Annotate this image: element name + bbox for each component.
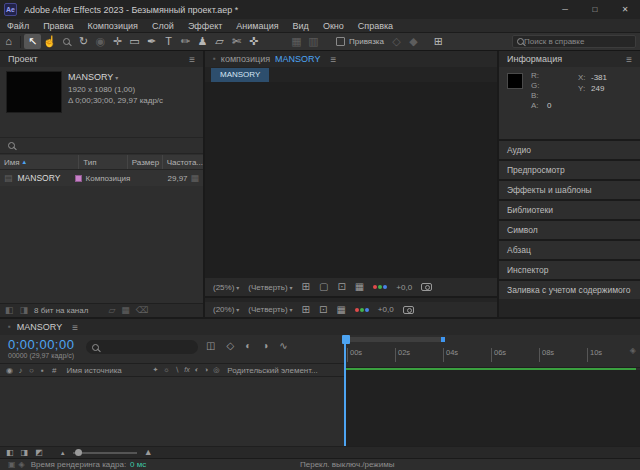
graph-editor-icon[interactable]: ∿ bbox=[279, 341, 287, 351]
mask-visibility-icon[interactable]: ▢ bbox=[319, 282, 328, 292]
parent-link-column[interactable]: Родительский элемент... bbox=[227, 366, 317, 375]
menu-layer[interactable]: Слой bbox=[145, 19, 181, 33]
timeline-tab-title[interactable]: MANSORY bbox=[17, 322, 62, 332]
motion-blur-icon[interactable]: ◑ bbox=[262, 341, 268, 351]
panel-menu-icon[interactable]: ≡ bbox=[189, 54, 195, 65]
timeline-zoom-slider[interactable] bbox=[73, 452, 137, 454]
resolution-dropdown[interactable]: (Четверть)▾ bbox=[248, 305, 292, 314]
solo-icon[interactable]: ○ bbox=[26, 366, 37, 375]
transparency-grid-icon[interactable]: ▦ bbox=[355, 282, 364, 292]
panel-header-character[interactable]: Символ bbox=[499, 221, 640, 239]
panel-header-preview[interactable]: Предпросмотр bbox=[499, 161, 640, 179]
region-of-interest-icon[interactable]: ⊡ bbox=[337, 282, 345, 292]
info-panel-header[interactable]: Информация ≡ bbox=[499, 51, 640, 67]
panel-header-libraries[interactable]: Библиотеки bbox=[499, 201, 640, 219]
column-name[interactable]: Имя ▴ bbox=[0, 155, 79, 169]
project-panel-header[interactable]: Проект ≡ bbox=[0, 51, 203, 67]
current-timecode[interactable]: 0;00;00;00 bbox=[8, 337, 74, 352]
safe-zones-icon[interactable]: ⊞ bbox=[302, 305, 310, 315]
layer-list-area[interactable] bbox=[0, 377, 344, 446]
panel-header-paragraph[interactable]: Абзац bbox=[499, 241, 640, 259]
menu-animation[interactable]: Анимация bbox=[229, 19, 285, 33]
close-button[interactable]: ✕ bbox=[610, 0, 640, 19]
source-name-column[interactable]: Имя источника bbox=[66, 366, 150, 375]
menu-view[interactable]: Вид bbox=[286, 19, 316, 33]
menu-help[interactable]: Справка bbox=[351, 19, 400, 33]
work-area-end-handle[interactable] bbox=[441, 337, 445, 342]
color-depth-label[interactable]: 8 бит на канал bbox=[34, 306, 88, 315]
interpret-footage-icon[interactable]: ◧ bbox=[5, 306, 14, 315]
project-item-row[interactable]: ▤ MANSORY Композиция 29,97 ▦ bbox=[0, 170, 203, 186]
quality-icon[interactable]: ∖ bbox=[175, 366, 179, 374]
draft-3d-icon[interactable]: ◇ bbox=[226, 341, 234, 351]
audio-icon[interactable]: ♪ bbox=[15, 366, 26, 375]
work-area-bar[interactable] bbox=[346, 337, 445, 342]
new-folder-icon[interactable]: ▱ bbox=[108, 306, 115, 315]
zoom-slider-knob[interactable] bbox=[75, 449, 82, 456]
snapping-checkbox[interactable] bbox=[336, 37, 345, 46]
exposure-control[interactable]: +0,0 bbox=[396, 283, 412, 292]
toggle-switches-modes-label[interactable]: Перекл. выключ./режимы bbox=[300, 460, 394, 469]
menu-effect[interactable]: Эффект bbox=[181, 19, 229, 33]
help-search-input[interactable] bbox=[524, 37, 634, 46]
channel-selector-icon[interactable] bbox=[373, 285, 387, 289]
proxy-icon[interactable]: ◨ bbox=[20, 306, 29, 315]
pen-tool[interactable]: ✒ bbox=[143, 34, 160, 49]
roto-brush-tool[interactable]: ✄ bbox=[228, 34, 245, 49]
panel-menu-icon[interactable]: ≡ bbox=[330, 54, 336, 65]
lock-icon[interactable]: ▪ bbox=[37, 366, 48, 375]
expand-time-stretch-icon[interactable]: ◩ bbox=[35, 449, 43, 457]
snapshot-camera-icon[interactable] bbox=[403, 306, 414, 314]
current-time-indicator-head[interactable] bbox=[342, 335, 350, 344]
comp-marker-bin-icon[interactable]: ◈ bbox=[630, 347, 636, 355]
rotate-tool[interactable]: ↻ bbox=[75, 34, 92, 49]
column-size[interactable]: Размер bbox=[128, 155, 163, 169]
puppet-pin-tool[interactable]: ✜ bbox=[245, 34, 262, 49]
panel-menu-icon[interactable]: ≡ bbox=[626, 54, 632, 65]
region-of-interest-icon[interactable]: ⊡ bbox=[319, 305, 327, 315]
mini-flowchart-icon[interactable]: ◫ bbox=[206, 341, 215, 351]
zoom-level-dropdown[interactable]: (20%)▾ bbox=[213, 305, 239, 314]
tab-mansory[interactable]: MANSORY bbox=[211, 68, 269, 82]
zoom-in-mountain-icon[interactable]: ▲ bbox=[144, 448, 153, 457]
zoom-out-mountain-icon[interactable]: ▲ bbox=[60, 450, 66, 456]
selection-tool[interactable]: ↖ bbox=[24, 34, 41, 49]
timeline-search-input[interactable] bbox=[103, 343, 213, 352]
motion-blur-icon[interactable]: ◑ bbox=[204, 366, 208, 374]
minimize-button[interactable]: ─ bbox=[550, 0, 580, 19]
zoom-tool[interactable] bbox=[58, 34, 75, 49]
trash-icon[interactable]: ⌫ bbox=[136, 306, 149, 315]
panel-header-inspector[interactable]: Инспектор bbox=[499, 261, 640, 279]
composition-viewport[interactable] bbox=[205, 82, 497, 278]
snap-option-icon[interactable]: ◇ bbox=[388, 34, 405, 49]
snap-option-2-icon[interactable]: ◆ bbox=[405, 34, 422, 49]
resolution-dropdown[interactable]: (Четверть)▾ bbox=[248, 283, 292, 292]
composition-panel-header[interactable]: ▪ композиция MANSORY ≡ bbox=[205, 51, 497, 67]
menu-composition[interactable]: Композиция bbox=[81, 19, 145, 33]
adjustment-layer-icon[interactable]: ◎ bbox=[213, 366, 219, 374]
channel-selector-icon[interactable] bbox=[355, 308, 369, 312]
pan-behind-tool[interactable]: ✛ bbox=[109, 34, 126, 49]
zoom-level-dropdown[interactable]: (25%)▾ bbox=[213, 283, 239, 292]
menu-file[interactable]: Файл bbox=[0, 19, 36, 33]
column-rate[interactable]: Частота... bbox=[163, 155, 203, 169]
hand-tool[interactable]: ☝ bbox=[41, 34, 58, 49]
expand-transfer-controls-icon[interactable]: ◨ bbox=[21, 449, 29, 457]
panel-header-effects-presets[interactable]: Эффекты и шаблоны bbox=[499, 181, 640, 199]
current-time-indicator-line[interactable] bbox=[344, 344, 346, 446]
panel-header-audio[interactable]: Аудио bbox=[499, 141, 640, 159]
collapse-transforms-icon[interactable]: ☼ bbox=[163, 366, 169, 374]
exposure-control[interactable]: +0,0 bbox=[378, 305, 394, 314]
safe-zones-icon[interactable]: ⊞ bbox=[302, 282, 310, 292]
fx-icon[interactable]: fx bbox=[184, 366, 189, 374]
brush-tool[interactable]: ✏ bbox=[177, 34, 194, 49]
maximize-button[interactable]: □ bbox=[580, 0, 610, 19]
selected-comp-name[interactable]: MANSORY ▾ bbox=[68, 72, 118, 82]
text-tool[interactable]: T bbox=[160, 34, 177, 49]
frame-blend-icon[interactable]: ◐ bbox=[195, 366, 199, 374]
column-type[interactable]: Тип bbox=[79, 155, 127, 169]
panel-menu-icon[interactable]: ≡ bbox=[72, 322, 78, 333]
home-button[interactable]: ⌂ bbox=[0, 34, 17, 49]
eye-icon[interactable]: ◉ bbox=[4, 366, 15, 375]
clone-stamp-tool[interactable]: ♟ bbox=[194, 34, 211, 49]
